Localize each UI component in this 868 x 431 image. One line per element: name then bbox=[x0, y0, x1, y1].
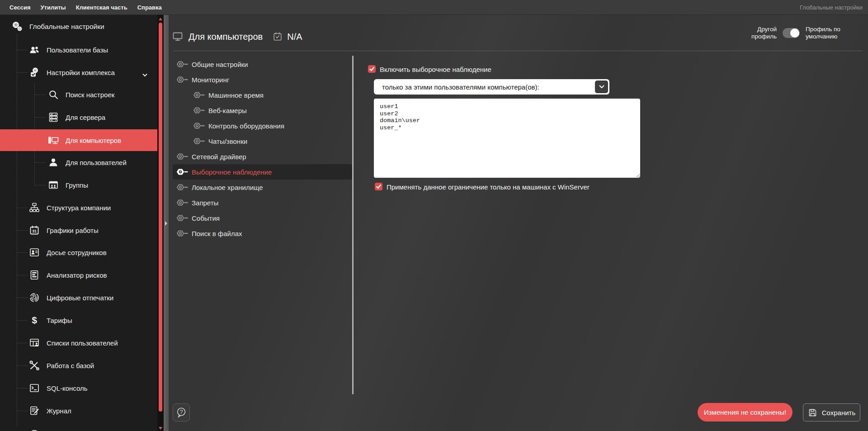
sidebar-item-partial[interactable] bbox=[0, 422, 157, 431]
sidebar-item-label: Группы bbox=[66, 181, 88, 189]
sidebar-item-label: Работа с базой bbox=[47, 362, 94, 369]
sidebar-item-for-server[interactable]: Для сервера bbox=[0, 106, 157, 128]
toggle-knob[interactable] bbox=[790, 28, 799, 38]
menu-utilities[interactable]: Утилиты bbox=[35, 4, 71, 11]
scroll-down-arrow[interactable] bbox=[159, 427, 162, 430]
menu-help[interactable]: Справка bbox=[132, 4, 167, 11]
tree-connector bbox=[17, 365, 28, 366]
sidebar-item-groups[interactable]: Группы bbox=[0, 174, 157, 196]
select-dropdown-button[interactable] bbox=[595, 81, 608, 93]
tree-item-selective-monitoring[interactable]: Выборочное наблюдение bbox=[173, 164, 352, 180]
tree-connector bbox=[35, 95, 46, 95]
tree-item-machine-time[interactable]: Машинное время bbox=[173, 87, 352, 103]
tree-item-label: Поиск в файлах bbox=[192, 230, 242, 237]
winserver-only-checkbox[interactable] bbox=[375, 183, 382, 190]
nut-icon bbox=[177, 184, 189, 191]
dossier-icon bbox=[28, 246, 41, 259]
sidebar-item-global-settings[interactable]: Глобальные настройки bbox=[0, 16, 157, 38]
save-button[interactable]: Сохранить bbox=[803, 403, 860, 422]
sidebar-scrollbar-thumb[interactable] bbox=[159, 23, 162, 412]
sidebar-scrollbar[interactable] bbox=[157, 15, 164, 431]
tree-item-chats-calls[interactable]: Чаты/звонки bbox=[173, 133, 352, 149]
calendar-check-icon[interactable] bbox=[273, 31, 283, 42]
sidebar-item-database-work[interactable]: Работа с базой bbox=[0, 355, 157, 376]
tree-item-webcams[interactable]: Веб-камеры bbox=[173, 103, 352, 118]
sidebar-item-digital-fingerprints[interactable]: Цифровые отпечатки bbox=[0, 287, 157, 308]
fingerprint-icon bbox=[28, 291, 41, 304]
splitter-collapse-handle[interactable] bbox=[165, 221, 167, 226]
user-icon bbox=[47, 156, 60, 169]
sidebar-item-label: Глобальные настройки bbox=[29, 23, 104, 31]
sidebar-item-sql-console[interactable]: SQL-консоль bbox=[0, 377, 157, 399]
tree-item-network-driver[interactable]: Сетевой драйвер bbox=[173, 149, 352, 164]
tree-item-label: Машинное время bbox=[208, 91, 264, 99]
tree-connector bbox=[17, 411, 28, 411]
nut-icon bbox=[193, 137, 205, 145]
nut-icon bbox=[177, 214, 189, 222]
sidebar-item-risk-analyzer[interactable]: Анализатор рисков bbox=[0, 264, 157, 286]
sidebar-item-company-structure[interactable]: Структура компании bbox=[0, 197, 157, 218]
tree-item-label: Общие настройки bbox=[192, 61, 248, 68]
sidebar-item-journal[interactable]: Журнал bbox=[0, 400, 157, 422]
tree-item-general-settings[interactable]: Общие настройки bbox=[173, 57, 352, 72]
other-profile-label: Другой профиль bbox=[748, 26, 777, 40]
sidebar-item-tariffs[interactable]: $ Тарифы bbox=[0, 309, 157, 331]
gears-icon bbox=[11, 20, 24, 33]
menu-session[interactable]: Сессия bbox=[5, 4, 35, 11]
users-filter-select[interactable]: только за этими пользователями компьютер… bbox=[374, 79, 609, 95]
user-lists-icon bbox=[28, 336, 41, 349]
tree-item-events[interactable]: События bbox=[173, 210, 352, 226]
tree-item-monitoring[interactable]: Мониторинг bbox=[173, 72, 352, 87]
nut-icon bbox=[193, 107, 205, 114]
profile-toggle[interactable] bbox=[783, 28, 800, 38]
nut-icon bbox=[177, 168, 189, 175]
computer-icon bbox=[47, 134, 60, 147]
scroll-up-arrow[interactable] bbox=[159, 18, 162, 20]
sidebar-item-work-schedules[interactable]: 31 Графики работы bbox=[0, 219, 157, 241]
sidebar-item-label: Цифровые отпечатки bbox=[47, 294, 113, 302]
help-button[interactable]: ? bbox=[173, 403, 190, 422]
sidebar-item-label: Для компьютеров bbox=[66, 137, 121, 144]
unsaved-changes-badge[interactable]: Изменения не сохранены! bbox=[698, 403, 793, 422]
tree-connector bbox=[35, 117, 46, 118]
sidebar-item-label: Графики работы bbox=[47, 227, 99, 234]
tree-item-label: Чаты/звонки bbox=[208, 137, 247, 145]
nut-icon bbox=[177, 153, 189, 160]
sidebar-item-for-computers[interactable]: Для компьютеров bbox=[0, 129, 157, 151]
sidebar-item-settings-search[interactable]: Поиск настроек bbox=[0, 84, 157, 105]
sidebar-item-for-users[interactable]: Для пользователей bbox=[0, 152, 157, 173]
tree-connector bbox=[35, 185, 46, 185]
save-button-label: Сохранить bbox=[822, 409, 856, 417]
tree-connector bbox=[17, 72, 28, 73]
database-users-icon bbox=[28, 43, 41, 56]
tree-panel-divider[interactable] bbox=[352, 56, 354, 394]
sidebar-item-user-lists[interactable]: Списки пользователей bbox=[0, 332, 157, 354]
sidebar-item-employee-dossiers[interactable]: Досье сотрудников bbox=[0, 242, 157, 263]
nut-icon bbox=[193, 122, 205, 129]
chevron-down-icon[interactable] bbox=[142, 71, 147, 79]
tree-item-hardware-control[interactable]: Контроль оборудования bbox=[173, 118, 352, 133]
users-list-textarea[interactable]: user1 user2 domain\user user_* bbox=[374, 99, 640, 178]
tree-item-label: Выборочное наблюдение bbox=[192, 168, 272, 176]
sidebar-item-db-users[interactable]: Пользователи базы bbox=[0, 39, 157, 61]
schedule-value: N/A bbox=[287, 32, 302, 42]
nut-icon bbox=[177, 199, 189, 206]
tariffs-icon: $ bbox=[28, 314, 41, 327]
tree-item-local-storage[interactable]: Локальное хранилище bbox=[173, 180, 352, 195]
sidebar-item-label: Структура компании bbox=[47, 204, 111, 212]
sidebar-item-label: Списки пользователей bbox=[47, 339, 118, 347]
monitor-icon bbox=[172, 31, 183, 42]
svg-text:?: ? bbox=[180, 409, 183, 415]
tree-item-file-search[interactable]: Поиск в файлах bbox=[173, 226, 352, 241]
tree-connector bbox=[17, 320, 28, 321]
menu-client-part[interactable]: Клиентская часть bbox=[71, 4, 132, 11]
tree-connector bbox=[17, 298, 28, 298]
nut-icon bbox=[177, 76, 189, 83]
sidebar-splitter[interactable] bbox=[164, 15, 169, 431]
tree-connector bbox=[17, 50, 28, 50]
enable-selective-monitoring-checkbox[interactable] bbox=[368, 65, 376, 73]
tree-item-restrictions[interactable]: Запреты bbox=[173, 195, 352, 210]
help-bubble-icon: ? bbox=[176, 407, 187, 418]
org-structure-icon bbox=[28, 201, 41, 214]
sidebar-item-complex-settings[interactable]: Настройки комплекса bbox=[0, 62, 157, 83]
